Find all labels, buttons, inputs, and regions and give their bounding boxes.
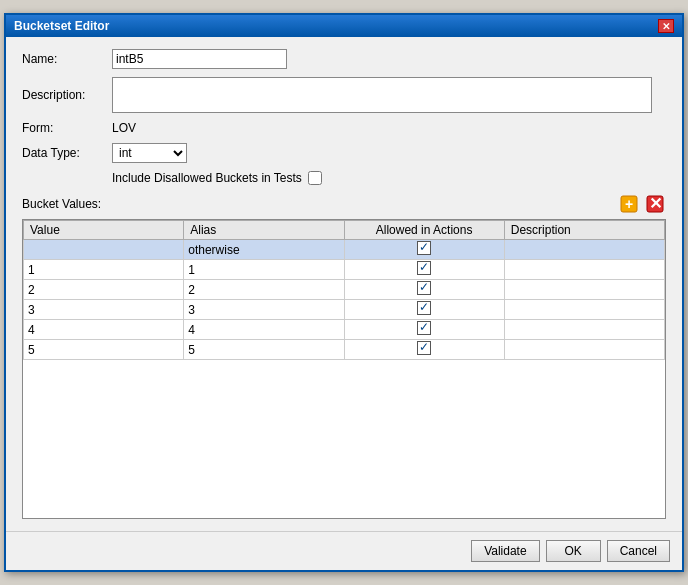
desc-input-5[interactable] <box>509 343 660 357</box>
alias-input-otherwise[interactable] <box>188 243 339 257</box>
alias-input-2[interactable] <box>188 283 339 297</box>
dialog-titlebar: Bucketset Editor ✕ <box>6 15 682 37</box>
bucket-toolbar: + ✕ <box>618 193 666 215</box>
value-input-4[interactable] <box>28 323 179 337</box>
bucket-table-container: Value Alias Allowed in Actions Descripti… <box>22 219 666 519</box>
cell-allowed-5[interactable] <box>344 340 504 360</box>
cell-value-1[interactable] <box>24 260 184 280</box>
cell-desc-1[interactable] <box>504 260 664 280</box>
table-row <box>24 240 665 260</box>
svg-text:✕: ✕ <box>649 195 662 212</box>
dialog-footer: Validate OK Cancel <box>6 531 682 570</box>
description-label: Description: <box>22 88 112 102</box>
allowed-checkbox-2[interactable] <box>417 281 431 295</box>
allowed-checkbox-1[interactable] <box>417 261 431 275</box>
form-label: Form: <box>22 121 112 135</box>
table-row <box>24 300 665 320</box>
allowed-checkbox-otherwise[interactable] <box>417 241 431 255</box>
ok-button[interactable]: OK <box>546 540 601 562</box>
cell-allowed-4[interactable] <box>344 320 504 340</box>
cell-desc-5[interactable] <box>504 340 664 360</box>
cell-allowed-otherwise[interactable] <box>344 240 504 260</box>
cell-value-3[interactable] <box>24 300 184 320</box>
allowed-checkbox-4[interactable] <box>417 321 431 335</box>
datatype-row: Data Type: int string float boolean <box>22 143 666 163</box>
dialog-body: Name: Description: Form: LOV Data Type: … <box>6 37 682 531</box>
desc-input-otherwise[interactable] <box>509 243 660 257</box>
form-row: Form: LOV <box>22 121 666 135</box>
datatype-select[interactable]: int string float boolean <box>112 143 187 163</box>
value-input-2[interactable] <box>28 283 179 297</box>
datatype-label: Data Type: <box>22 146 112 160</box>
alias-input-1[interactable] <box>188 263 339 277</box>
value-input-5[interactable] <box>28 343 179 357</box>
bucket-values-label: Bucket Values: <box>22 197 101 211</box>
desc-input-3[interactable] <box>509 303 660 317</box>
table-header-row: Value Alias Allowed in Actions Descripti… <box>24 221 665 240</box>
allowed-checkbox-5[interactable] <box>417 341 431 355</box>
table-row <box>24 320 665 340</box>
col-header-alias: Alias <box>184 221 344 240</box>
table-row <box>24 260 665 280</box>
desc-input-1[interactable] <box>509 263 660 277</box>
cell-allowed-1[interactable] <box>344 260 504 280</box>
col-header-description: Description <box>504 221 664 240</box>
cancel-button[interactable]: Cancel <box>607 540 670 562</box>
cell-desc-otherwise[interactable] <box>504 240 664 260</box>
cell-alias-otherwise[interactable] <box>184 240 344 260</box>
cell-alias-4[interactable] <box>184 320 344 340</box>
bucketset-editor-dialog: Bucketset Editor ✕ Name: Description: Fo… <box>4 13 684 572</box>
cell-desc-3[interactable] <box>504 300 664 320</box>
bucket-values-header: Bucket Values: + ✕ <box>22 193 666 215</box>
name-row: Name: <box>22 49 666 69</box>
cell-value-5[interactable] <box>24 340 184 360</box>
alias-input-5[interactable] <box>188 343 339 357</box>
value-input-otherwise[interactable] <box>28 243 179 257</box>
desc-input-4[interactable] <box>509 323 660 337</box>
name-input[interactable] <box>112 49 287 69</box>
include-disallowed-row: Include Disallowed Buckets in Tests <box>22 171 666 185</box>
description-row: Description: <box>22 77 666 113</box>
table-row <box>24 340 665 360</box>
table-row <box>24 280 665 300</box>
col-header-allowed: Allowed in Actions <box>344 221 504 240</box>
bucket-table: Value Alias Allowed in Actions Descripti… <box>23 220 665 360</box>
name-label: Name: <box>22 52 112 66</box>
value-input-1[interactable] <box>28 263 179 277</box>
dialog-title: Bucketset Editor <box>14 19 109 33</box>
allowed-checkbox-3[interactable] <box>417 301 431 315</box>
cell-desc-2[interactable] <box>504 280 664 300</box>
alias-input-4[interactable] <box>188 323 339 337</box>
include-label: Include Disallowed Buckets in Tests <box>112 171 302 185</box>
add-bucket-button[interactable]: + <box>618 193 640 215</box>
alias-input-3[interactable] <box>188 303 339 317</box>
include-disallowed-checkbox[interactable] <box>308 171 322 185</box>
close-button[interactable]: ✕ <box>658 19 674 33</box>
svg-text:+: + <box>625 196 633 212</box>
cell-alias-5[interactable] <box>184 340 344 360</box>
cell-alias-3[interactable] <box>184 300 344 320</box>
validate-button[interactable]: Validate <box>471 540 539 562</box>
col-header-value: Value <box>24 221 184 240</box>
cell-value-2[interactable] <box>24 280 184 300</box>
cell-allowed-3[interactable] <box>344 300 504 320</box>
cell-alias-1[interactable] <box>184 260 344 280</box>
cell-value-otherwise[interactable] <box>24 240 184 260</box>
cell-alias-2[interactable] <box>184 280 344 300</box>
description-input[interactable] <box>112 77 652 113</box>
remove-bucket-button[interactable]: ✕ <box>644 193 666 215</box>
value-input-3[interactable] <box>28 303 179 317</box>
cell-allowed-2[interactable] <box>344 280 504 300</box>
form-value: LOV <box>112 121 136 135</box>
desc-input-2[interactable] <box>509 283 660 297</box>
cell-desc-4[interactable] <box>504 320 664 340</box>
cell-value-4[interactable] <box>24 320 184 340</box>
